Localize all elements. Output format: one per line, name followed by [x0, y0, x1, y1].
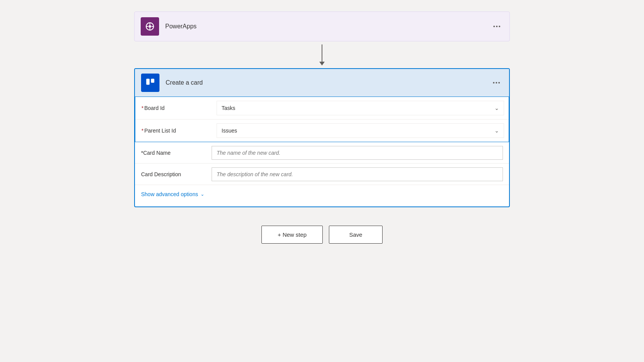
connector-arrowhead [319, 62, 325, 66]
parent-list-id-value: Issues [222, 128, 495, 134]
board-id-value: Tasks [222, 105, 495, 111]
show-advanced-section: Show advanced options ⌄ [135, 185, 509, 206]
card-description-label: Card Description [135, 168, 212, 180]
board-id-dropdown[interactable]: Tasks ⌄ [217, 101, 504, 115]
card-description-row: Card Description [135, 164, 509, 185]
powerapps-card: PowerApps [134, 11, 510, 41]
create-card-header: Create a card [135, 69, 509, 97]
card-name-field [212, 146, 509, 160]
card-name-label: *Card Name [135, 147, 212, 159]
svg-rect-7 [151, 79, 154, 83]
board-id-field: Tasks ⌄ [212, 97, 509, 119]
show-advanced-chevron-icon: ⌄ [200, 192, 204, 197]
trello-icon [141, 74, 159, 92]
new-step-button[interactable]: + New step [261, 226, 323, 244]
canvas: PowerApps Create a card [130, 11, 514, 244]
parent-list-id-label: *Parent List Id [135, 123, 212, 138]
powerapps-title: PowerApps [165, 23, 490, 30]
board-id-chevron-icon: ⌄ [495, 105, 499, 111]
card-name-row: *Card Name [135, 142, 509, 164]
show-advanced-button[interactable]: Show advanced options [141, 191, 198, 197]
bottom-buttons: + New step Save [261, 226, 383, 244]
svg-rect-6 [146, 79, 150, 85]
parent-list-id-chevron-icon: ⌄ [495, 128, 499, 134]
powerapps-icon [141, 17, 159, 36]
parent-list-id-row: *Parent List Id Issues ⌄ [135, 120, 509, 142]
board-id-label: *Board Id [135, 100, 212, 116]
form-section-required: *Board Id Tasks ⌄ *Parent List Id Issues [135, 97, 509, 142]
svg-point-1 [149, 25, 151, 28]
create-card-block: Create a card *Board Id Tasks ⌄ [134, 68, 510, 207]
flow-connector [319, 41, 325, 68]
create-card-menu-button[interactable] [490, 80, 503, 85]
card-description-field [212, 167, 509, 181]
powerapps-menu-button[interactable] [490, 24, 503, 29]
parent-list-id-field: Issues ⌄ [212, 120, 509, 142]
parent-list-id-dropdown[interactable]: Issues ⌄ [217, 123, 504, 138]
create-card-title: Create a card [166, 79, 490, 86]
connector-line [322, 44, 322, 62]
save-button[interactable]: Save [329, 226, 383, 244]
card-name-input[interactable] [212, 146, 503, 160]
card-description-input[interactable] [212, 167, 503, 181]
board-id-row: *Board Id Tasks ⌄ [135, 97, 509, 120]
